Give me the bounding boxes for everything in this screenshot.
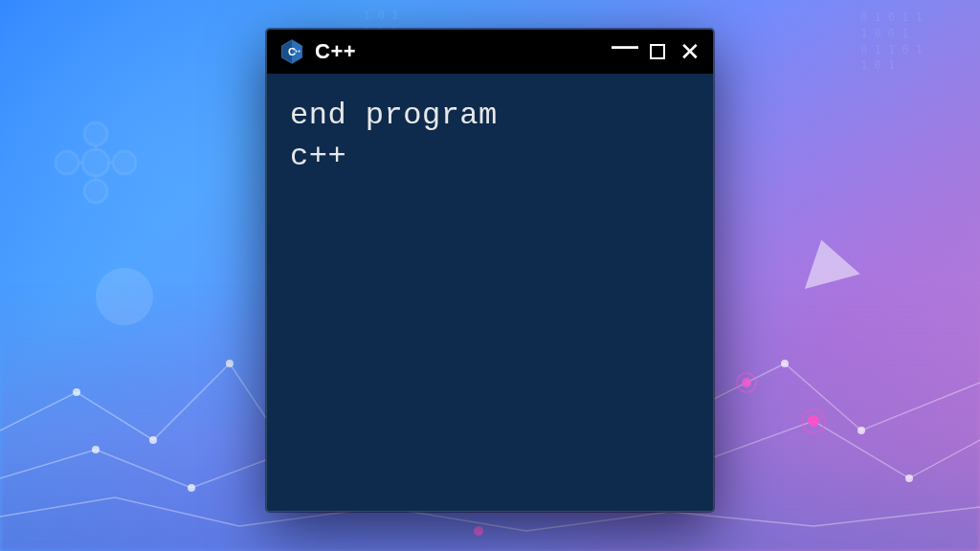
- minimize-button[interactable]: —: [613, 34, 636, 57]
- svg-point-2: [113, 151, 136, 174]
- maximize-button[interactable]: [646, 40, 669, 63]
- minimize-icon: —: [612, 33, 638, 59]
- terminal-window: C ++ C++ — ✕ end program c++: [266, 29, 714, 512]
- titlebar-left: C ++ C++: [278, 38, 613, 65]
- background-molecule-shape: [38, 105, 153, 220]
- window-controls: — ✕: [613, 40, 702, 63]
- maximize-icon: [650, 44, 665, 59]
- code-line-2: c++: [290, 136, 690, 177]
- window-title: C++: [315, 39, 356, 64]
- background-binary-digits: 0 1 0 1 1 1 0 0 1 0 1 1 0 1 1 0 1: [860, 10, 923, 74]
- svg-text:++: ++: [295, 48, 301, 54]
- svg-point-4: [82, 149, 109, 176]
- code-line-1: end program: [290, 95, 690, 136]
- close-button[interactable]: ✕: [679, 40, 702, 63]
- cpp-icon: C ++: [278, 38, 305, 65]
- close-icon: ✕: [679, 39, 701, 64]
- titlebar[interactable]: C ++ C++ — ✕: [267, 30, 713, 74]
- svg-point-0: [84, 122, 107, 145]
- svg-point-3: [84, 180, 107, 203]
- terminal-content[interactable]: end program c++: [267, 74, 713, 511]
- background-circle: [96, 268, 153, 325]
- svg-point-1: [56, 151, 78, 174]
